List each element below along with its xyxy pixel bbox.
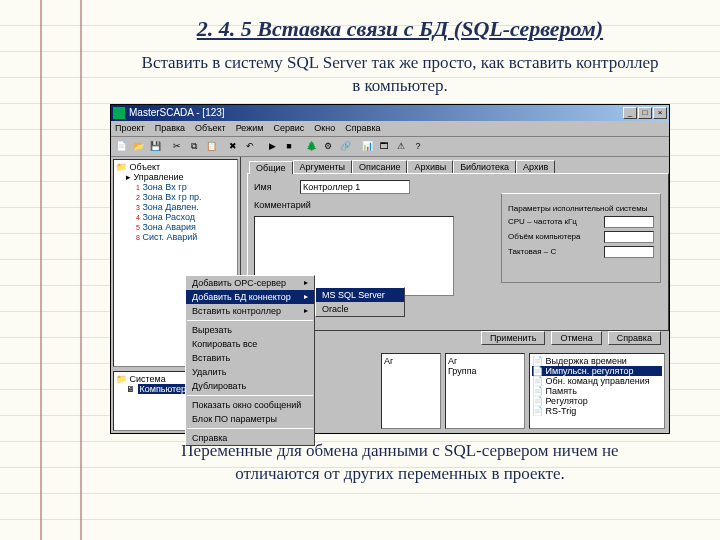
menu-help[interactable]: Справка — [345, 123, 380, 133]
copy-icon[interactable]: ⧉ — [186, 138, 202, 154]
ctx-po-params[interactable]: Блок ПО параметры — [186, 412, 314, 426]
menubar[interactable]: Проект Правка Объект Режим Сервис Окно С… — [111, 121, 669, 137]
db-submenu[interactable]: MS SQL Server Oracle — [315, 287, 405, 317]
cpu-field[interactable] — [604, 216, 654, 228]
window-title: MasterSCADA - [123] — [129, 107, 225, 118]
apply-button[interactable]: Применить — [481, 331, 546, 345]
ctx-copy-all[interactable]: Копировать все — [186, 337, 314, 351]
tab-lib[interactable]: Библиотека — [453, 160, 516, 173]
menu-mode[interactable]: Режим — [236, 123, 264, 133]
outro-text: Переменные для обмена данными с SQL-серв… — [140, 440, 660, 486]
chart-icon[interactable]: 📊 — [359, 138, 375, 154]
save-icon[interactable]: 💾 — [147, 138, 163, 154]
menu-service[interactable]: Сервис — [273, 123, 304, 133]
toolbar: 📄 📂 💾 ✂ ⧉ 📋 ✖ ↶ ▶ ■ 🌲 ⚙ 🔗 📊 🗔 ⚠ ? — [111, 137, 669, 157]
delete-icon[interactable]: ✖ — [225, 138, 241, 154]
clock-field[interactable] — [604, 246, 654, 258]
close-button[interactable]: × — [653, 107, 667, 119]
ctx-paste[interactable]: Вставить — [186, 351, 314, 365]
name-input[interactable] — [300, 180, 410, 194]
undo-icon[interactable]: ↶ — [242, 138, 258, 154]
ctx-help[interactable]: Справка — [186, 431, 314, 445]
menu-project[interactable]: Проект — [115, 123, 145, 133]
context-menu[interactable]: Добавить OPC-сервер▸ Добавить БД коннект… — [185, 275, 315, 446]
cancel-button[interactable]: Отмена — [551, 331, 601, 345]
submenu-oracle[interactable]: Oracle — [316, 302, 404, 316]
menu-window[interactable]: Окно — [314, 123, 335, 133]
maximize-button[interactable]: □ — [638, 107, 652, 119]
ctx-duplicate[interactable]: Дублировать — [186, 379, 314, 393]
cut-icon[interactable]: ✂ — [169, 138, 185, 154]
link-icon[interactable]: 🔗 — [337, 138, 353, 154]
app-window: MasterSCADA - [123] _ □ × Проект Правка … — [110, 104, 670, 434]
ctx-insert-controller[interactable]: Вставить контроллер▸ — [186, 304, 314, 318]
gear-icon[interactable]: ⚙ — [320, 138, 336, 154]
tree-icon[interactable]: 🌲 — [303, 138, 319, 154]
bottom-list-3[interactable]: 📄 Выдержка времени 📄 Импульсн. регулятор… — [529, 353, 665, 429]
intro-text: Вставить в систему SQL Server так же про… — [140, 52, 660, 98]
bottom-list-2[interactable]: Аг Группа — [445, 353, 525, 429]
group-title: Параметры исполнительной системы — [508, 204, 647, 213]
paste-icon[interactable]: 📋 — [203, 138, 219, 154]
tab-desc[interactable]: Описание — [352, 160, 407, 173]
ctx-add-db[interactable]: Добавить БД коннектор▸ — [186, 290, 314, 304]
comment-label: Комментарий — [254, 200, 294, 210]
help-button[interactable]: Справка — [608, 331, 661, 345]
name-label: Имя — [254, 182, 294, 192]
titlebar[interactable]: MasterSCADA - [123] _ □ × — [111, 105, 669, 121]
bottom-list-1[interactable]: Аг — [381, 353, 441, 429]
menu-object[interactable]: Объект — [195, 123, 226, 133]
page-title: 2. 4. 5 Вставка связи с БД (SQL-сервером… — [110, 16, 690, 42]
minimize-button[interactable]: _ — [623, 107, 637, 119]
ctx-delete[interactable]: Удалить — [186, 365, 314, 379]
tab-general[interactable]: Общие — [249, 161, 293, 174]
app-icon — [113, 107, 125, 119]
menu-edit[interactable]: Правка — [155, 123, 185, 133]
tab-args[interactable]: Аргументы — [293, 160, 352, 173]
ctx-add-opc[interactable]: Добавить OPC-сервер▸ — [186, 276, 314, 290]
stop-icon[interactable]: ■ — [281, 138, 297, 154]
tab-archive[interactable]: Архив — [516, 160, 555, 173]
tab-arch[interactable]: Архивы — [407, 160, 453, 173]
window-icon[interactable]: 🗔 — [376, 138, 392, 154]
tab-strip: Общие Аргументы Описание Архивы Библиоте… — [247, 157, 669, 173]
help-icon[interactable]: ? — [410, 138, 426, 154]
new-icon[interactable]: 📄 — [113, 138, 129, 154]
ctx-cut[interactable]: Вырезать — [186, 323, 314, 337]
runtime-params-group: Параметры исполнительной системы CPU – ч… — [501, 193, 661, 283]
ctx-show-msg[interactable]: Показать окно сообщений — [186, 398, 314, 412]
open-icon[interactable]: 📂 — [130, 138, 146, 154]
alarm-icon[interactable]: ⚠ — [393, 138, 409, 154]
run-icon[interactable]: ▶ — [264, 138, 280, 154]
submenu-mssql[interactable]: MS SQL Server — [316, 288, 404, 302]
mem-field[interactable] — [604, 231, 654, 243]
